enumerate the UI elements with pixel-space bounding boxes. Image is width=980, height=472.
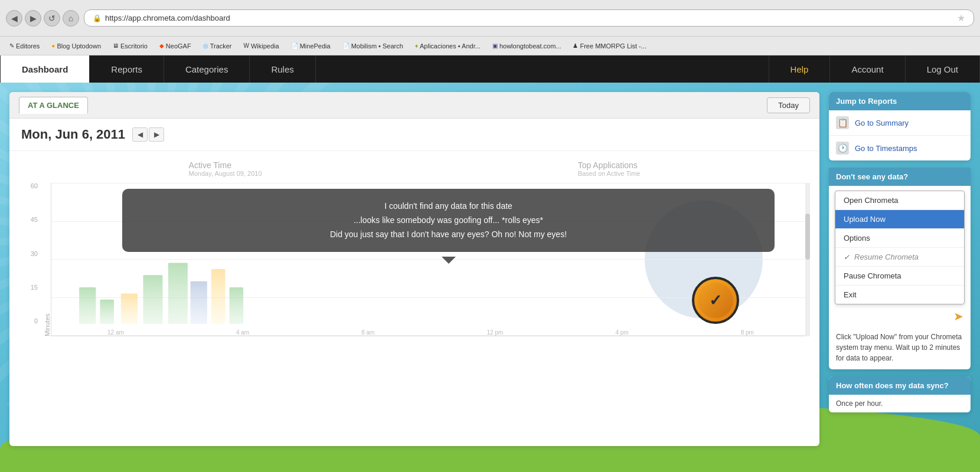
x-label-8am: 8 am — [361, 329, 374, 336]
nav-help[interactable]: Help — [769, 55, 831, 83]
scrollbar-track[interactable] — [805, 183, 810, 336]
menu-resume-chrometa[interactable]: ✓ Resume Chrometa — [835, 248, 964, 267]
bookmark-mobilism[interactable]: 📄 Mobilism • Search — [338, 41, 408, 51]
x-label-12am: 12 am — [107, 329, 124, 336]
y-axis: 60 45 30 15 0 — [19, 183, 41, 336]
bookmark-aplicaciones[interactable]: ♦ Aplicaciones • Andr... — [410, 41, 485, 51]
clock-mascot: ✓ — [692, 277, 739, 324]
clock-checkmark: ✓ — [709, 291, 722, 310]
y-label-45: 45 — [31, 217, 38, 223]
date-navigation: ◀ ▶ — [132, 127, 164, 142]
bookmark-escritorio[interactable]: 🖥 Escritorio — [108, 41, 152, 51]
bookmark-howlongtobeat[interactable]: ▣ howlongtobeat.com... — [488, 41, 566, 51]
nav-categories[interactable]: Categories — [164, 55, 250, 83]
no-data-bubble: I couldn't find any data for this date .… — [122, 189, 775, 252]
svg-rect-6 — [211, 269, 226, 324]
svg-rect-7 — [230, 287, 244, 324]
how-often-section: How often does my data sync? Once per ho… — [829, 376, 971, 412]
nav-dashboard[interactable]: Dashboard — [0, 55, 90, 83]
clock-inner: ✓ — [698, 283, 733, 318]
today-button[interactable]: Today — [767, 97, 810, 113]
nav-logout[interactable]: Log Out — [906, 55, 980, 83]
y-label-60: 60 — [31, 183, 38, 189]
y-label-30: 30 — [31, 251, 38, 257]
bookmark-neogaf[interactable]: ◆ NeoGAF — [155, 41, 196, 51]
nav-right: Help Account Log Out — [769, 55, 980, 83]
address-bar[interactable]: 🔒 https://app.chrometa.com/dashboard ★ — [84, 9, 974, 27]
bookmark-star-icon[interactable]: ★ — [957, 12, 965, 24]
home-button[interactable]: ⌂ — [63, 10, 79, 27]
go-to-timestamps[interactable]: 🕐 Go to Timestamps — [829, 136, 971, 160]
menu-upload-now[interactable]: Upload Now — [835, 210, 964, 229]
nav-account[interactable]: Account — [830, 55, 905, 83]
go-to-summary[interactable]: 📋 Go to Summary — [829, 110, 971, 136]
x-axis: 12 am 4 am 8 am 12 pm 4 pm 8 pm — [51, 329, 810, 336]
browser-chrome: ◀ ▶ ↺ ⌂ 🔒 https://app.chrometa.com/dashb… — [0, 0, 980, 55]
nav-left: Dashboard Reports Categories Rules — [0, 55, 769, 83]
nav-reports[interactable]: Reports — [90, 55, 164, 83]
system-tray-menu: Open Chrometa Upload Now Options ✓ Resum… — [835, 191, 965, 304]
top-apps-subtitle: Based on Active Time — [578, 170, 641, 177]
back-button[interactable]: ◀ — [6, 10, 22, 27]
bookmark-minepedia[interactable]: 📄 MinePedia — [286, 41, 335, 51]
menu-pause-chrometa[interactable]: Pause Chrometa — [835, 267, 964, 286]
menu-open-chrometa[interactable]: Open Chrometa — [835, 191, 964, 210]
app-navbar: Dashboard Reports Categories Rules Help … — [0, 55, 980, 83]
bookmark-tracker[interactable]: ◎ Tracker — [198, 41, 237, 51]
menu-exit[interactable]: Exit — [835, 286, 964, 304]
svg-rect-5 — [191, 281, 207, 324]
bubble-line1: I couldn't find any data for this date — [136, 199, 760, 214]
tray-indicator: ➤ — [829, 309, 971, 326]
svg-rect-2 — [121, 293, 138, 324]
dont-see-description: Click "Upload Now" from your Chrometa sy… — [829, 326, 971, 369]
bookmark-editores[interactable]: ✎ Editores — [5, 41, 44, 51]
check-icon: ✓ — [844, 253, 850, 261]
lock-icon: 🔒 — [93, 14, 102, 22]
clock-circle: ✓ — [692, 277, 739, 324]
x-label-4pm: 4 pm — [615, 329, 628, 336]
date-prev-button[interactable]: ◀ — [132, 127, 148, 142]
svg-rect-1 — [100, 300, 114, 324]
forward-button[interactable]: ▶ — [25, 10, 41, 27]
sync-frequency: Once per hour. — [829, 395, 971, 412]
svg-rect-3 — [143, 275, 162, 324]
bubble-line3: Did you just say that I don't have any e… — [136, 228, 760, 242]
active-time-subtitle: Monday, August 09, 2010 — [189, 170, 262, 177]
nav-rules[interactable]: Rules — [250, 55, 315, 83]
y-label-0: 0 — [34, 318, 38, 324]
x-label-8pm: 8 pm — [741, 329, 754, 336]
main-content: AT A GLANCE Today Mon, Jun 6, 2011 ◀ ▶ A… — [0, 83, 980, 472]
scrollbar-thumb[interactable] — [805, 214, 810, 260]
at-a-glance-tab[interactable]: AT A GLANCE — [19, 97, 88, 114]
dont-see-section: Don't see any data? Open Chrometa Upload… — [829, 168, 971, 369]
timestamps-icon: 🕐 — [836, 142, 849, 155]
reload-button[interactable]: ↺ — [44, 10, 60, 27]
panel-header: AT A GLANCE Today — [9, 92, 819, 119]
x-label-12pm: 12 pm — [487, 329, 504, 336]
menu-options[interactable]: Options — [835, 229, 964, 248]
jump-to-reports-header: Jump to Reports — [829, 92, 971, 110]
date-next-button[interactable]: ▶ — [149, 127, 164, 142]
active-time-section: Active Time Monday, August 09, 2010 — [189, 160, 262, 177]
bookmark-wikipedia[interactable]: W Wikipedia — [239, 41, 284, 51]
how-often-header: How often does my data sync? — [829, 376, 971, 395]
top-apps-label: Top Applications — [578, 160, 641, 170]
bookmark-mmorpg[interactable]: ♟ Free MMORPG List -... — [568, 41, 651, 51]
dont-see-header: Don't see any data? — [829, 168, 971, 186]
date-row: Mon, Jun 6, 2011 ◀ ▶ — [9, 119, 819, 151]
url-text: https://app.chrometa.com/dashboard — [105, 14, 230, 22]
top-apps-section: Top Applications Based on Active Time — [578, 160, 641, 177]
chart-area: Active Time Monday, August 09, 2010 Top … — [9, 151, 819, 411]
bookmark-blog-uptodown[interactable]: ● Blog Uptodown — [47, 41, 106, 51]
browser-nav-buttons: ◀ ▶ ↺ ⌂ — [6, 10, 79, 27]
bookmarks-bar: ✎ Editores ● Blog Uptodown 🖥 Escritorio … — [0, 37, 980, 55]
summary-icon: 📋 — [836, 116, 849, 129]
dashboard-panel: AT A GLANCE Today Mon, Jun 6, 2011 ◀ ▶ A… — [9, 92, 819, 446]
tray-arrow-icon: ➤ — [953, 309, 963, 323]
sidebar: Jump to Reports 📋 Go to Summary 🕐 Go to … — [829, 92, 971, 463]
active-time-label: Active Time — [189, 160, 262, 170]
jump-to-reports-section: Jump to Reports 📋 Go to Summary 🕐 Go to … — [829, 92, 971, 160]
y-axis-title: Minutes — [41, 183, 51, 336]
svg-rect-4 — [168, 263, 188, 324]
chart-plot: I couldn't find any data for this date .… — [51, 183, 810, 336]
